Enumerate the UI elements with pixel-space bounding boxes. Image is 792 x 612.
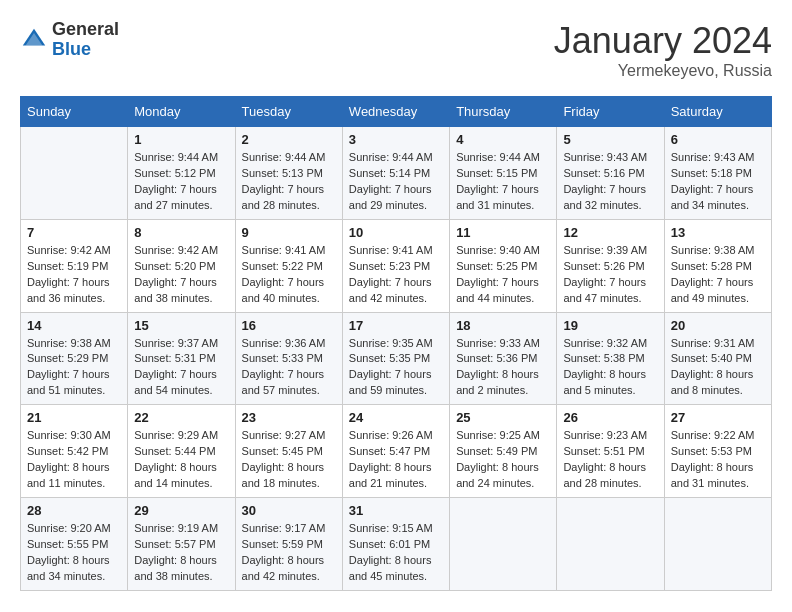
day-number: 30 [242, 503, 336, 518]
day-number: 29 [134, 503, 228, 518]
day-info: Sunrise: 9:35 AM Sunset: 5:35 PM Dayligh… [349, 336, 443, 400]
logo-icon [20, 26, 48, 54]
calendar-cell: 18Sunrise: 9:33 AM Sunset: 5:36 PM Dayli… [450, 312, 557, 405]
calendar-cell: 5Sunrise: 9:43 AM Sunset: 5:16 PM Daylig… [557, 127, 664, 220]
calendar-cell [450, 498, 557, 591]
day-info: Sunrise: 9:36 AM Sunset: 5:33 PM Dayligh… [242, 336, 336, 400]
day-number: 23 [242, 410, 336, 425]
day-number: 5 [563, 132, 657, 147]
day-number: 10 [349, 225, 443, 240]
day-info: Sunrise: 9:40 AM Sunset: 5:25 PM Dayligh… [456, 243, 550, 307]
day-info: Sunrise: 9:39 AM Sunset: 5:26 PM Dayligh… [563, 243, 657, 307]
day-number: 25 [456, 410, 550, 425]
day-number: 3 [349, 132, 443, 147]
calendar-cell [557, 498, 664, 591]
day-number: 12 [563, 225, 657, 240]
calendar-week-row: 14Sunrise: 9:38 AM Sunset: 5:29 PM Dayli… [21, 312, 772, 405]
day-number: 13 [671, 225, 765, 240]
logo-general-text: General [52, 20, 119, 40]
day-info: Sunrise: 9:31 AM Sunset: 5:40 PM Dayligh… [671, 336, 765, 400]
logo-text: General Blue [52, 20, 119, 60]
calendar-cell: 4Sunrise: 9:44 AM Sunset: 5:15 PM Daylig… [450, 127, 557, 220]
day-info: Sunrise: 9:41 AM Sunset: 5:23 PM Dayligh… [349, 243, 443, 307]
day-number: 16 [242, 318, 336, 333]
day-info: Sunrise: 9:29 AM Sunset: 5:44 PM Dayligh… [134, 428, 228, 492]
calendar-cell: 29Sunrise: 9:19 AM Sunset: 5:57 PM Dayli… [128, 498, 235, 591]
weekday-header-tuesday: Tuesday [235, 97, 342, 127]
weekday-header-row: SundayMondayTuesdayWednesdayThursdayFrid… [21, 97, 772, 127]
day-number: 8 [134, 225, 228, 240]
day-info: Sunrise: 9:15 AM Sunset: 6:01 PM Dayligh… [349, 521, 443, 585]
day-info: Sunrise: 9:38 AM Sunset: 5:28 PM Dayligh… [671, 243, 765, 307]
day-info: Sunrise: 9:42 AM Sunset: 5:19 PM Dayligh… [27, 243, 121, 307]
calendar-cell: 20Sunrise: 9:31 AM Sunset: 5:40 PM Dayli… [664, 312, 771, 405]
weekday-header-sunday: Sunday [21, 97, 128, 127]
day-number: 6 [671, 132, 765, 147]
calendar-cell: 11Sunrise: 9:40 AM Sunset: 5:25 PM Dayli… [450, 219, 557, 312]
calendar-cell: 6Sunrise: 9:43 AM Sunset: 5:18 PM Daylig… [664, 127, 771, 220]
day-info: Sunrise: 9:43 AM Sunset: 5:18 PM Dayligh… [671, 150, 765, 214]
calendar-cell: 3Sunrise: 9:44 AM Sunset: 5:14 PM Daylig… [342, 127, 449, 220]
calendar-week-row: 28Sunrise: 9:20 AM Sunset: 5:55 PM Dayli… [21, 498, 772, 591]
location-title: Yermekeyevo, Russia [554, 62, 772, 80]
calendar-cell: 12Sunrise: 9:39 AM Sunset: 5:26 PM Dayli… [557, 219, 664, 312]
day-number: 15 [134, 318, 228, 333]
weekday-header-wednesday: Wednesday [342, 97, 449, 127]
day-number: 21 [27, 410, 121, 425]
calendar-cell: 30Sunrise: 9:17 AM Sunset: 5:59 PM Dayli… [235, 498, 342, 591]
day-number: 27 [671, 410, 765, 425]
title-block: January 2024 Yermekeyevo, Russia [554, 20, 772, 80]
day-info: Sunrise: 9:37 AM Sunset: 5:31 PM Dayligh… [134, 336, 228, 400]
calendar-cell: 14Sunrise: 9:38 AM Sunset: 5:29 PM Dayli… [21, 312, 128, 405]
calendar-cell: 23Sunrise: 9:27 AM Sunset: 5:45 PM Dayli… [235, 405, 342, 498]
day-number: 24 [349, 410, 443, 425]
weekday-header-friday: Friday [557, 97, 664, 127]
day-number: 11 [456, 225, 550, 240]
day-number: 7 [27, 225, 121, 240]
calendar-cell [21, 127, 128, 220]
calendar-cell: 24Sunrise: 9:26 AM Sunset: 5:47 PM Dayli… [342, 405, 449, 498]
calendar-cell: 15Sunrise: 9:37 AM Sunset: 5:31 PM Dayli… [128, 312, 235, 405]
calendar-cell: 10Sunrise: 9:41 AM Sunset: 5:23 PM Dayli… [342, 219, 449, 312]
day-info: Sunrise: 9:32 AM Sunset: 5:38 PM Dayligh… [563, 336, 657, 400]
calendar-cell: 1Sunrise: 9:44 AM Sunset: 5:12 PM Daylig… [128, 127, 235, 220]
logo: General Blue [20, 20, 119, 60]
calendar-cell: 27Sunrise: 9:22 AM Sunset: 5:53 PM Dayli… [664, 405, 771, 498]
day-info: Sunrise: 9:44 AM Sunset: 5:13 PM Dayligh… [242, 150, 336, 214]
calendar-cell: 8Sunrise: 9:42 AM Sunset: 5:20 PM Daylig… [128, 219, 235, 312]
day-info: Sunrise: 9:26 AM Sunset: 5:47 PM Dayligh… [349, 428, 443, 492]
weekday-header-monday: Monday [128, 97, 235, 127]
calendar-cell: 7Sunrise: 9:42 AM Sunset: 5:19 PM Daylig… [21, 219, 128, 312]
day-info: Sunrise: 9:33 AM Sunset: 5:36 PM Dayligh… [456, 336, 550, 400]
calendar-cell: 16Sunrise: 9:36 AM Sunset: 5:33 PM Dayli… [235, 312, 342, 405]
weekday-header-thursday: Thursday [450, 97, 557, 127]
day-number: 1 [134, 132, 228, 147]
day-info: Sunrise: 9:44 AM Sunset: 5:12 PM Dayligh… [134, 150, 228, 214]
calendar-cell: 22Sunrise: 9:29 AM Sunset: 5:44 PM Dayli… [128, 405, 235, 498]
page-header: General Blue January 2024 Yermekeyevo, R… [20, 20, 772, 80]
calendar-week-row: 21Sunrise: 9:30 AM Sunset: 5:42 PM Dayli… [21, 405, 772, 498]
calendar-week-row: 7Sunrise: 9:42 AM Sunset: 5:19 PM Daylig… [21, 219, 772, 312]
day-info: Sunrise: 9:42 AM Sunset: 5:20 PM Dayligh… [134, 243, 228, 307]
calendar-cell: 25Sunrise: 9:25 AM Sunset: 5:49 PM Dayli… [450, 405, 557, 498]
day-info: Sunrise: 9:30 AM Sunset: 5:42 PM Dayligh… [27, 428, 121, 492]
day-number: 17 [349, 318, 443, 333]
day-info: Sunrise: 9:17 AM Sunset: 5:59 PM Dayligh… [242, 521, 336, 585]
calendar-cell: 26Sunrise: 9:23 AM Sunset: 5:51 PM Dayli… [557, 405, 664, 498]
calendar-cell: 2Sunrise: 9:44 AM Sunset: 5:13 PM Daylig… [235, 127, 342, 220]
day-number: 20 [671, 318, 765, 333]
day-info: Sunrise: 9:20 AM Sunset: 5:55 PM Dayligh… [27, 521, 121, 585]
calendar-cell: 21Sunrise: 9:30 AM Sunset: 5:42 PM Dayli… [21, 405, 128, 498]
day-info: Sunrise: 9:43 AM Sunset: 5:16 PM Dayligh… [563, 150, 657, 214]
calendar-cell: 19Sunrise: 9:32 AM Sunset: 5:38 PM Dayli… [557, 312, 664, 405]
day-number: 31 [349, 503, 443, 518]
calendar-week-row: 1Sunrise: 9:44 AM Sunset: 5:12 PM Daylig… [21, 127, 772, 220]
month-title: January 2024 [554, 20, 772, 62]
day-info: Sunrise: 9:44 AM Sunset: 5:14 PM Dayligh… [349, 150, 443, 214]
day-info: Sunrise: 9:44 AM Sunset: 5:15 PM Dayligh… [456, 150, 550, 214]
day-info: Sunrise: 9:22 AM Sunset: 5:53 PM Dayligh… [671, 428, 765, 492]
calendar-cell: 9Sunrise: 9:41 AM Sunset: 5:22 PM Daylig… [235, 219, 342, 312]
calendar-cell: 17Sunrise: 9:35 AM Sunset: 5:35 PM Dayli… [342, 312, 449, 405]
day-number: 18 [456, 318, 550, 333]
weekday-header-saturday: Saturday [664, 97, 771, 127]
